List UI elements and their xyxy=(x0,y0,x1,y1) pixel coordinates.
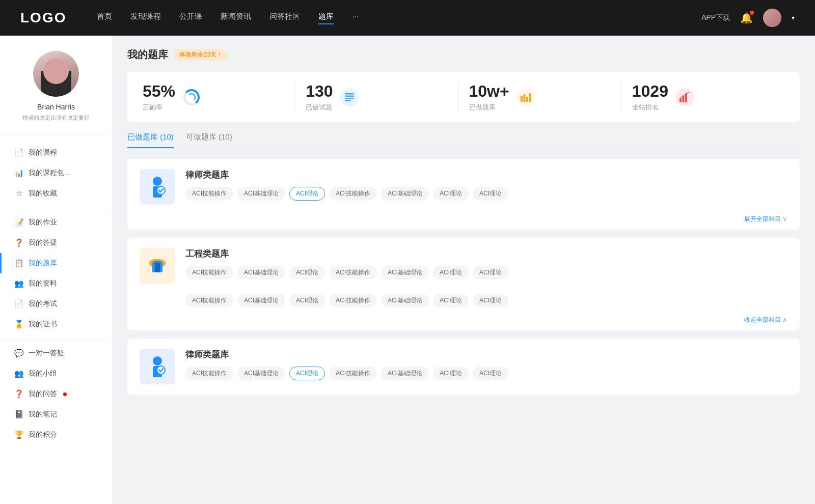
app-download-button[interactable]: APP下载 xyxy=(701,13,730,22)
tag-item[interactable]: ACI理论 xyxy=(473,266,508,279)
done-questions-label: 已做试题 xyxy=(306,103,333,112)
nav-qa[interactable]: 问答社区 xyxy=(269,12,300,24)
sidebar-avatar[interactable] xyxy=(33,51,79,97)
sidebar-item-exam[interactable]: 📄 我的考试 xyxy=(0,294,112,314)
sidebar-item-one-on-one[interactable]: 💬 一对一答疑 xyxy=(0,343,112,363)
svg-rect-3 xyxy=(345,93,354,95)
tag-item[interactable]: ACI理论 xyxy=(433,367,469,380)
tag-item[interactable]: ACI技能操作 xyxy=(185,187,233,201)
sidebar-item-notes[interactable]: 📓 我的笔记 xyxy=(0,404,112,425)
svg-point-21 xyxy=(153,356,162,366)
qbank-name: 律师类题库 xyxy=(185,349,787,360)
tag-item[interactable]: ACI理论 xyxy=(473,294,508,307)
page-title: 我的题库 xyxy=(127,48,168,62)
chart-icon xyxy=(679,92,690,103)
tag-item[interactable]: ACI基础理论 xyxy=(381,187,429,201)
lawyer-icon-2 xyxy=(145,354,170,379)
tag-item[interactable]: ACI理论 xyxy=(289,294,325,307)
accuracy-label: 正确率 xyxy=(143,103,175,112)
sidebar-username: Brian Harris xyxy=(10,103,102,111)
tab-done-banks[interactable]: 已做题库 (10) xyxy=(127,132,174,148)
tag-item[interactable]: ACI基础理论 xyxy=(237,187,285,201)
nav-more[interactable]: ··· xyxy=(352,12,359,24)
qa-dot-badge xyxy=(63,393,67,396)
logo[interactable]: LOGO xyxy=(20,10,66,26)
tag-item[interactable]: ACI技能操作 xyxy=(329,294,377,307)
sidebar-item-profile[interactable]: 👥 我的资料 xyxy=(0,273,112,294)
dropdown-icon[interactable]: ▾ xyxy=(792,14,795,21)
favorites-icon: ☆ xyxy=(14,189,23,198)
svg-rect-5 xyxy=(345,98,354,99)
certificate-icon: 🏅 xyxy=(14,320,23,329)
tag-item[interactable]: ACI基础理论 xyxy=(237,266,285,279)
my-qa-icon: ❓ xyxy=(14,389,23,399)
nav-question-bank[interactable]: 题库 xyxy=(318,12,334,24)
tag-item[interactable]: ACI技能操作 xyxy=(329,187,377,201)
qbank-info: 律师类题库 ACI技能操作 ACI基础理论 ACI理论 ACI技能操作 ACI基… xyxy=(185,169,787,201)
tag-item[interactable]: ACI理论 xyxy=(473,187,508,201)
collapse-button[interactable]: 收起全部科目 ∧ xyxy=(127,316,800,330)
tag-item[interactable]: ACI理论 xyxy=(473,367,508,380)
stat-done-questions-text: 130 已做试题 xyxy=(306,82,333,112)
tag-item[interactable]: ACI理论 xyxy=(433,294,469,307)
qbank-card-header: 律师类题库 ACI技能操作 ACI基础理论 ACI理论 ACI技能操作 ACI基… xyxy=(127,159,800,215)
sidebar-item-label: 我的笔记 xyxy=(29,410,57,419)
sidebar-item-homework[interactable]: 📝 我的作业 xyxy=(0,212,112,233)
tag-item[interactable]: ACI理论 xyxy=(433,187,469,201)
sidebar-item-certificate[interactable]: 🏅 我的证书 xyxy=(0,314,112,334)
sidebar-item-qa[interactable]: ❓ 我的答疑 xyxy=(0,233,112,253)
sidebar-item-course[interactable]: 📄 我的课程 xyxy=(0,143,112,163)
tag-item[interactable]: ACI技能操作 xyxy=(329,266,377,279)
tag-item[interactable]: ACI技能操作 xyxy=(185,367,233,380)
nav-home[interactable]: 首页 xyxy=(97,12,112,24)
notification-bell[interactable]: 🔔 xyxy=(740,12,753,24)
qbank-name: 工程类题库 xyxy=(185,248,787,260)
notification-dot xyxy=(750,11,754,15)
tag-item[interactable]: ACI基础理论 xyxy=(381,294,429,307)
avatar[interactable] xyxy=(763,9,781,27)
expand-button[interactable]: 展开全部科目 ∨ xyxy=(127,215,800,230)
tab-available-banks[interactable]: 可做题库 (10) xyxy=(186,132,232,148)
tag-item[interactable]: ACI基础理论 xyxy=(237,294,285,307)
nav-news[interactable]: 新闻资讯 xyxy=(221,12,251,24)
sidebar-item-label: 一对一答疑 xyxy=(29,349,64,358)
ranking-label: 全站排名 xyxy=(632,103,668,112)
sidebar-item-label: 我的作业 xyxy=(29,218,57,227)
tag-item-active[interactable]: ACI理论 xyxy=(289,367,325,380)
sidebar-item-question-bank[interactable]: 📋 我的题库 xyxy=(0,253,112,273)
group-icon: 👥 xyxy=(14,369,23,378)
svg-rect-10 xyxy=(529,93,531,102)
tag-item[interactable]: ACI技能操作 xyxy=(185,266,233,279)
sidebar-divider-2 xyxy=(0,339,112,339)
qbank-name: 律师类题库 xyxy=(185,169,787,181)
tag-item[interactable]: ACI理论 xyxy=(433,266,469,279)
engineer-icon xyxy=(145,253,170,278)
sidebar-item-my-qa[interactable]: ❓ 我的问答 xyxy=(0,384,112,404)
qbank-info: 律师类题库 ACI技能操作 ACI基础理论 ACI理论 ACI技能操作 ACI基… xyxy=(185,349,787,380)
sidebar-item-group[interactable]: 👥 我的小组 xyxy=(0,363,112,384)
sidebar-menu: 📄 我的课程 📊 我的课程包... ☆ 我的收藏 📝 我的作业 ❓ 我的答疑 � xyxy=(0,143,112,445)
qbank-card-lawyer-1: 律师类题库 ACI技能操作 ACI基础理论 ACI理论 ACI技能操作 ACI基… xyxy=(127,159,800,230)
profile-icon: 👥 xyxy=(14,279,23,288)
qbank-info: 工程类题库 ACI技能操作 ACI基础理论 ACI理论 ACI技能操作 ACI基… xyxy=(185,248,787,279)
tag-item[interactable]: ACI技能操作 xyxy=(329,367,377,380)
nav-discover[interactable]: 发现课程 xyxy=(130,12,161,24)
sidebar-item-points[interactable]: 🏆 我的积分 xyxy=(0,425,112,445)
qbank-card-header: 工程类题库 ACI技能操作 ACI基础理论 ACI理论 ACI技能操作 ACI基… xyxy=(127,238,800,294)
sidebar-item-label: 我的小组 xyxy=(29,369,57,378)
stat-done-questions: 130 已做试题 xyxy=(295,82,458,112)
sidebar-item-favorites[interactable]: ☆ 我的收藏 xyxy=(0,183,112,204)
done-banks-icon xyxy=(517,88,535,106)
stats-bar: 55% 正确率 130 已做试题 xyxy=(127,72,800,122)
tag-item[interactable]: ACI基础理论 xyxy=(237,367,285,380)
tag-item[interactable]: ACI基础理论 xyxy=(381,367,429,380)
sidebar-item-course-package[interactable]: 📊 我的课程包... xyxy=(0,163,112,183)
course-package-icon: 📊 xyxy=(14,169,23,178)
sidebar-item-label: 我的题库 xyxy=(29,259,57,268)
tag-item[interactable]: ACI技能操作 xyxy=(185,294,233,307)
tag-item-active[interactable]: ACI理论 xyxy=(289,187,325,201)
tag-item[interactable]: ACI理论 xyxy=(289,266,325,279)
tag-item[interactable]: ACI基础理论 xyxy=(381,266,429,279)
one-on-one-icon: 💬 xyxy=(14,349,23,358)
nav-opencourse[interactable]: 公开课 xyxy=(179,12,202,24)
